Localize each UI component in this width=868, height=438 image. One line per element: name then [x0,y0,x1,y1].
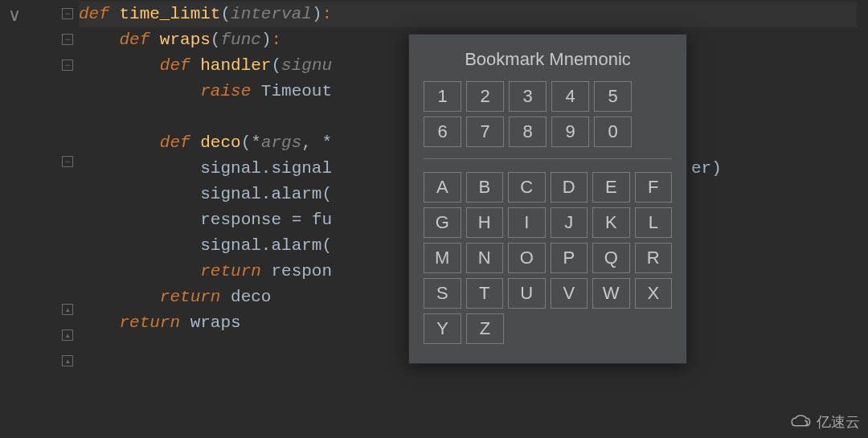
mnemonic-button-O[interactable]: O [508,243,546,273]
fold-marker-icon[interactable]: ▴ [62,355,73,366]
gutter: ∨ −−−−▴▴▴ [0,0,79,438]
popup-title: Bookmark Mnemonic [409,35,686,81]
mnemonic-button-C[interactable]: C [508,172,546,203]
chevron-down-icon[interactable]: ∨ [8,5,21,26]
fold-marker-icon[interactable]: ▴ [62,304,73,315]
mnemonic-button-Z[interactable]: Z [466,313,504,344]
fold-marker-icon[interactable]: − [62,34,73,45]
code-line[interactable]: def time_limit(interval): [79,2,868,27]
mnemonic-button-E[interactable]: E [592,172,630,203]
grid-row: 12345 [424,81,672,112]
grid-row: STUVWX [424,278,672,309]
mnemonic-button-4[interactable]: 4 [551,81,589,112]
watermark-text: 亿速云 [817,412,860,432]
mnemonic-button-0[interactable]: 0 [594,117,632,147]
grid-row: GHIJKL [424,207,672,238]
mnemonic-button-3[interactable]: 3 [509,81,547,112]
mnemonic-button-K[interactable]: K [592,207,630,238]
mnemonic-button-Q[interactable]: Q [592,243,630,273]
grid-row: MNOPQR [424,243,672,273]
mnemonic-button-6[interactable]: 6 [424,117,461,147]
grid-row: ABCDEF [424,172,672,203]
grid-row: 67890 [424,117,672,147]
digit-grid: 1234567890 [409,81,686,147]
mnemonic-button-A[interactable]: A [424,172,461,203]
fold-marker-icon[interactable]: − [62,59,73,71]
cloud-icon [789,414,815,430]
mnemonic-button-N[interactable]: N [466,243,504,273]
mnemonic-button-D[interactable]: D [551,172,588,203]
mnemonic-button-7[interactable]: 7 [466,117,504,147]
mnemonic-button-L[interactable]: L [635,207,673,238]
mnemonic-button-2[interactable]: 2 [466,81,504,112]
mnemonic-button-U[interactable]: U [508,278,546,309]
mnemonic-button-X[interactable]: X [635,278,673,309]
mnemonic-button-T[interactable]: T [466,278,504,309]
mnemonic-button-M[interactable]: M [424,243,461,273]
mnemonic-button-V[interactable]: V [551,278,588,309]
fold-marker-icon[interactable]: ▴ [62,330,73,341]
mnemonic-button-8[interactable]: 8 [509,117,547,147]
mnemonic-button-G[interactable]: G [424,207,461,238]
mnemonic-button-S[interactable]: S [424,278,461,309]
mnemonic-button-5[interactable]: 5 [594,81,632,112]
mnemonic-button-F[interactable]: F [635,172,673,203]
divider [424,158,672,159]
mnemonic-button-B[interactable]: B [466,172,504,203]
mnemonic-button-H[interactable]: H [466,207,504,238]
mnemonic-button-J[interactable]: J [551,207,588,238]
mnemonic-button-Y[interactable]: Y [424,313,461,344]
fold-marker-icon[interactable]: − [62,156,73,167]
mnemonic-button-P[interactable]: P [551,243,588,273]
scrollbar[interactable] [857,0,868,438]
watermark: 亿速云 [789,412,860,432]
mnemonic-button-I[interactable]: I [508,207,546,238]
fold-marker-icon[interactable]: − [62,8,73,19]
mnemonic-button-1[interactable]: 1 [424,81,461,112]
code-tail: er) [691,156,722,182]
grid-row: YZ [424,313,672,344]
mnemonic-button-9[interactable]: 9 [551,117,589,147]
mnemonic-button-W[interactable]: W [592,278,630,309]
mnemonic-button-R[interactable]: R [635,243,673,273]
bookmark-mnemonic-popup: Bookmark Mnemonic 1234567890 ABCDEFGHIJK… [408,34,687,364]
letter-grid: ABCDEFGHIJKLMNOPQRSTUVWXYZ [409,172,686,363]
